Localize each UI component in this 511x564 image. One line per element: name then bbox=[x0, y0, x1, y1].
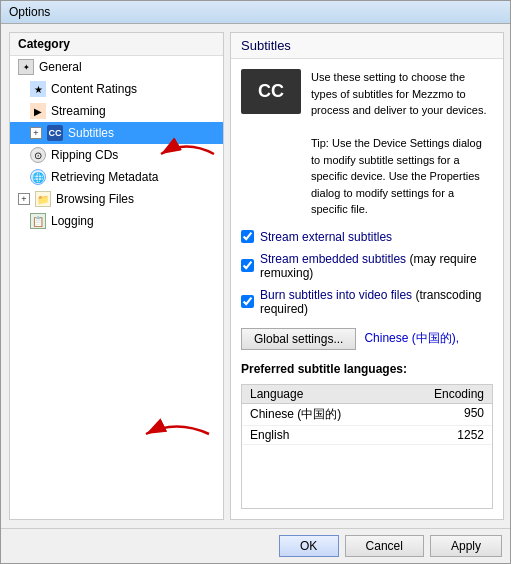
row-0-encoding: 950 bbox=[414, 406, 484, 423]
sidebar-label-streaming: Streaming bbox=[51, 104, 106, 118]
checkbox-stream-embedded: Stream embedded subtitles (may require r… bbox=[241, 252, 493, 280]
sidebar-label-general: General bbox=[39, 60, 82, 74]
sidebar: Category ✦ General ★ Content Ratings ▶ S… bbox=[9, 32, 224, 520]
sidebar-item-general[interactable]: ✦ General bbox=[10, 56, 223, 78]
sidebar-label-logging: Logging bbox=[51, 214, 94, 228]
burn-subtitles-label[interactable]: Burn subtitles into video files (transco… bbox=[260, 288, 493, 316]
stream-external-checkbox[interactable] bbox=[241, 230, 254, 243]
stream-embedded-checkbox[interactable] bbox=[241, 259, 254, 272]
logging-icon: 📋 bbox=[30, 213, 46, 229]
table-header: Language Encoding bbox=[242, 385, 492, 404]
language-display: Chinese (中国的), bbox=[364, 330, 459, 347]
sidebar-header: Category bbox=[10, 33, 223, 56]
sidebar-item-retrieving-metadata[interactable]: 🌐 Retrieving Metadata bbox=[10, 166, 223, 188]
table-row[interactable]: English 1252 bbox=[242, 426, 492, 445]
sidebar-label-retrieving-metadata: Retrieving Metadata bbox=[51, 170, 158, 184]
sidebar-item-logging[interactable]: 📋 Logging bbox=[10, 210, 223, 232]
checkbox-burn-subtitles: Burn subtitles into video files (transco… bbox=[241, 288, 493, 316]
burn-subtitles-checkbox[interactable] bbox=[241, 295, 254, 308]
intro-text-2: Tip: Use the Device Settings dialog to m… bbox=[311, 137, 482, 215]
col-encoding-header: Encoding bbox=[414, 387, 484, 401]
row-1-encoding: 1252 bbox=[414, 428, 484, 442]
options-window: Options Category ✦ General ★ Content Rat… bbox=[0, 0, 511, 564]
general-icon: ✦ bbox=[18, 59, 34, 75]
sidebar-item-content-ratings[interactable]: ★ Content Ratings bbox=[10, 78, 223, 100]
bottom-bar: OK Cancel Apply bbox=[1, 528, 510, 563]
table-body: Chinese (中国的) 950 English 1252 bbox=[242, 404, 492, 445]
checkbox-stream-external: Stream external subtitles bbox=[241, 230, 493, 244]
panel-body: CC Use these setting to choose the types… bbox=[231, 59, 503, 519]
sidebar-label-ripping-cds: Ripping CDs bbox=[51, 148, 118, 162]
metadata-icon: 🌐 bbox=[30, 169, 46, 185]
table-row[interactable]: Chinese (中国的) 950 bbox=[242, 404, 492, 426]
sidebar-item-subtitles[interactable]: + CC Subtitles bbox=[10, 122, 223, 144]
row-1-language: English bbox=[250, 428, 414, 442]
streaming-icon: ▶ bbox=[30, 103, 46, 119]
ripping-icon: ⊙ bbox=[30, 147, 46, 163]
main-panel: Subtitles CC Use these setting to choose… bbox=[230, 32, 504, 520]
ok-button[interactable]: OK bbox=[279, 535, 339, 557]
row-0-language: Chinese (中国的) bbox=[250, 406, 414, 423]
browsing-icon: 📁 bbox=[35, 191, 51, 207]
intro-text: Use these setting to choose the types of… bbox=[311, 69, 493, 218]
preferred-label: Preferred subtitle languages: bbox=[241, 362, 493, 376]
intro-text-1: Use these setting to choose the types of… bbox=[311, 71, 486, 116]
sidebar-item-browsing-files[interactable]: + 📁 Browsing Files bbox=[10, 188, 223, 210]
cc-label: CC bbox=[258, 81, 284, 102]
apply-button[interactable]: Apply bbox=[430, 535, 502, 557]
browsing-toggle[interactable]: + bbox=[18, 193, 30, 205]
global-settings-row: Global settings... Chinese (中国的), bbox=[241, 328, 493, 350]
ratings-icon: ★ bbox=[30, 81, 46, 97]
col-language-header: Language bbox=[250, 387, 414, 401]
sidebar-label-content-ratings: Content Ratings bbox=[51, 82, 137, 96]
sidebar-item-streaming[interactable]: ▶ Streaming bbox=[10, 100, 223, 122]
subtitles-toggle[interactable]: + bbox=[30, 127, 42, 139]
stream-external-label[interactable]: Stream external subtitles bbox=[260, 230, 392, 244]
cancel-button[interactable]: Cancel bbox=[345, 535, 424, 557]
subtitle-table: Language Encoding Chinese (中国的) 950 Engl… bbox=[241, 384, 493, 510]
panel-title: Subtitles bbox=[231, 33, 503, 59]
window-title: Options bbox=[9, 5, 50, 19]
intro-section: CC Use these setting to choose the types… bbox=[241, 69, 493, 218]
sidebar-item-ripping-cds[interactable]: ⊙ Ripping CDs bbox=[10, 144, 223, 166]
global-settings-button[interactable]: Global settings... bbox=[241, 328, 356, 350]
subtitles-icon: CC bbox=[47, 125, 63, 141]
sidebar-label-browsing-files: Browsing Files bbox=[56, 192, 134, 206]
stream-embedded-label[interactable]: Stream embedded subtitles (may require r… bbox=[260, 252, 493, 280]
sidebar-label-subtitles: Subtitles bbox=[68, 126, 114, 140]
content-area: Category ✦ General ★ Content Ratings ▶ S… bbox=[1, 24, 510, 528]
title-bar: Options bbox=[1, 1, 510, 24]
cc-icon-image: CC bbox=[241, 69, 301, 114]
